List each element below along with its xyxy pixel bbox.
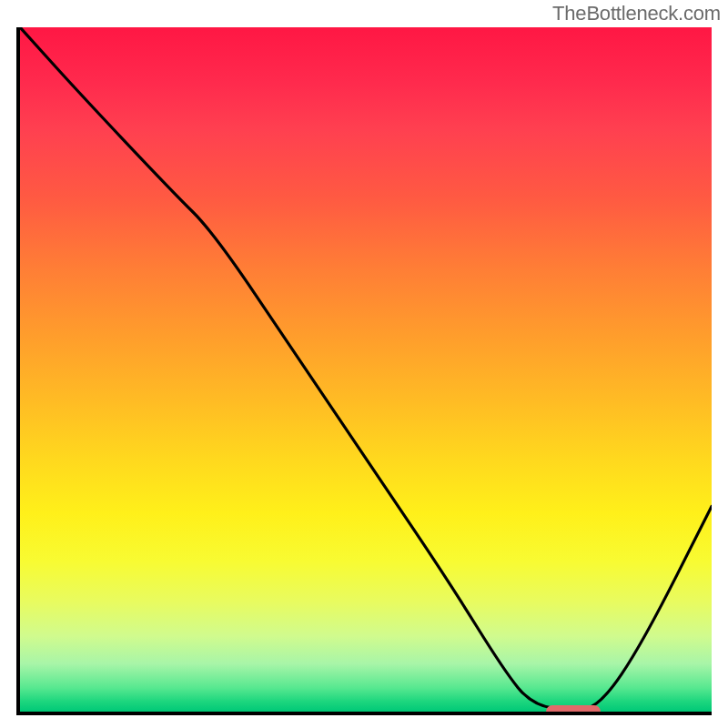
plot-area (16, 27, 712, 715)
optimal-marker (546, 705, 602, 715)
bottleneck-curve (20, 27, 712, 712)
watermark-text: TheBottleneck.com (552, 2, 721, 25)
curve-path (20, 27, 712, 710)
chart-canvas: TheBottleneck.com (0, 0, 728, 728)
